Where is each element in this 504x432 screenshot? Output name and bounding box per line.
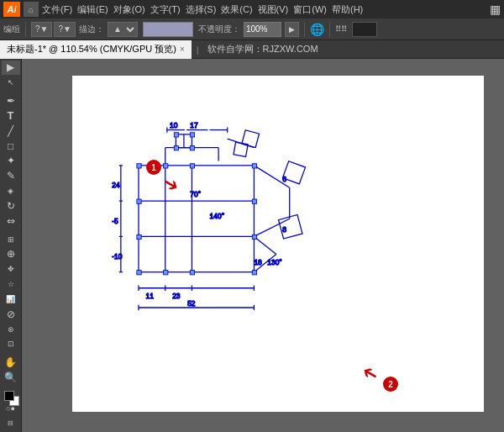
graph-tool[interactable]: 📊 [2, 292, 20, 307]
toolbar: 编组 ?▼ ?▼ 描边： ▲ 不透明度： ▶ 🌐 ⠿⠿ [0, 18, 504, 40]
annotation-2-badge: 2 [383, 377, 398, 392]
opacity-label: 不透明度： [198, 24, 240, 35]
svg-rect-64 [137, 199, 141, 203]
line-tool[interactable]: ╱ [2, 124, 20, 138]
menu-bar: 文件(F) 编辑(E) 对象(O) 文字(T) 选择(S) 效果(C) 视图(V… [42, 3, 486, 16]
color-swatches [2, 389, 20, 401]
toolbar-sep2 [304, 22, 305, 37]
svg-text:-10: -10 [112, 252, 123, 261]
main-area: ▶ ↖ ✒ T ╱ □ ✦ ✎ ◈ ↻ ⇔ ⊞ ⊕ ✥ ☆ 📊 ⊘ ⊛ ⊡ ✋ … [0, 59, 504, 432]
svg-rect-71 [190, 146, 194, 150]
home-button[interactable]: ⌂ [24, 2, 39, 17]
foreground-swatch[interactable] [4, 391, 14, 401]
menu-view[interactable]: 视图(V) [258, 3, 289, 16]
hand-tool[interactable]: ✋ [2, 356, 20, 370]
svg-text:-5: -5 [112, 217, 118, 225]
shape-btn-1[interactable]: ?▼ [31, 22, 52, 37]
menu-object[interactable]: 对象(O) [113, 3, 145, 16]
blend-tool[interactable]: ⊛ [2, 322, 20, 336]
svg-rect-69 [190, 133, 194, 137]
screen-mode-btn[interactable]: ⊟ [2, 416, 20, 430]
svg-text:70°: 70° [190, 190, 201, 198]
svg-text:130°: 130° [267, 258, 281, 266]
shape-tool[interactable]: □ [2, 139, 20, 153]
menu-edit[interactable]: 编辑(E) [77, 3, 108, 16]
svg-rect-15 [139, 166, 254, 272]
svg-text:140°: 140° [210, 212, 224, 220]
menu-file[interactable]: 文件(F) [42, 3, 72, 16]
tab-title: 未标题-1* @ 110.54% (CMYK/GPU 预览) [7, 43, 176, 55]
svg-rect-7 [234, 142, 248, 156]
svg-rect-6 [242, 130, 260, 148]
svg-text:52: 52 [187, 299, 196, 308]
svg-rect-63 [190, 271, 194, 275]
toolbox: ▶ ↖ ✒ T ╱ □ ✦ ✎ ◈ ↻ ⇔ ⊞ ⊕ ✥ ☆ 📊 ⊘ ⊛ ⊡ ✋ … [0, 59, 22, 432]
pencil-tool[interactable]: ✎ [2, 169, 20, 183]
technical-drawing: 10 17 [22, 59, 504, 432]
pen-tool[interactable]: ✒ [2, 94, 20, 108]
paintbrush-tool[interactable]: ✦ [2, 154, 20, 168]
select-tool[interactable]: ▶ [2, 61, 20, 75]
color-swatch-bar [143, 22, 193, 37]
svg-text:10: 10 [170, 121, 178, 129]
globe-icon[interactable]: 🌐 [310, 23, 324, 36]
type-tool[interactable]: T [2, 109, 20, 124]
menu-select[interactable]: 选择(S) [186, 3, 217, 16]
svg-rect-58 [137, 271, 141, 275]
svg-rect-65 [137, 234, 141, 239]
width-tool[interactable]: ⊞ [2, 232, 20, 246]
free-transform-tool[interactable]: ✥ [2, 262, 20, 277]
layout-switch[interactable]: ▦ [490, 3, 501, 16]
slice-tool[interactable]: ⊡ [2, 337, 20, 351]
tab-bar: 未标题-1* @ 110.54% (CMYK/GPU 预览) × | 软件自学网… [0, 40, 504, 59]
svg-text:18: 18 [254, 258, 262, 266]
svg-text:23: 23 [172, 292, 181, 300]
title-bar: Ai ⌂ 文件(F) 编辑(E) 对象(O) 文字(T) 选择(S) 效果(C)… [0, 0, 504, 18]
tab-watermark: 软件自学网：RJZXW.COM [204, 43, 322, 55]
shape-btn-2[interactable]: ?▼ [54, 22, 75, 37]
svg-rect-60 [164, 164, 168, 168]
svg-rect-59 [252, 271, 256, 275]
svg-rect-57 [252, 164, 256, 168]
mirror-tool[interactable]: ⇔ [2, 213, 20, 228]
barcode-icon [352, 22, 377, 37]
menu-effect[interactable]: 效果(C) [221, 3, 252, 16]
svg-text:17: 17 [190, 121, 198, 129]
svg-rect-67 [252, 234, 256, 239]
opacity-arrow[interactable]: ▶ [285, 22, 299, 37]
tab-close-button[interactable]: × [180, 45, 185, 54]
opacity-input[interactable] [244, 22, 281, 37]
eraser-tool[interactable]: ◈ [2, 184, 20, 198]
toolbar-sep3 [329, 22, 330, 37]
svg-line-25 [254, 236, 276, 254]
menu-window[interactable]: 窗口(W) [293, 3, 327, 16]
svg-rect-61 [190, 164, 194, 168]
group-label: 编组 [3, 24, 20, 35]
canvas-area[interactable]: 10 17 [22, 59, 504, 432]
warp-tool[interactable]: ⊕ [2, 247, 20, 261]
rotate-tool[interactable]: ↻ [2, 199, 20, 213]
svg-text:8: 8 [282, 225, 286, 234]
toolbar-separator [25, 22, 26, 37]
toolbar-group-shape: ?▼ ?▼ [31, 22, 76, 37]
eyedropper-tool[interactable]: ⊘ [2, 307, 20, 321]
svg-rect-62 [164, 271, 168, 275]
svg-rect-66 [252, 199, 256, 203]
stroke-select[interactable]: ▲ [108, 22, 138, 37]
stroke-label: 描边： [79, 24, 104, 35]
svg-text:24: 24 [112, 181, 120, 189]
zoom-tool[interactable]: 🔍 [2, 371, 20, 385]
svg-rect-70 [174, 146, 178, 150]
menu-help[interactable]: 帮助(H) [332, 3, 363, 16]
svg-rect-56 [137, 164, 141, 168]
svg-rect-68 [174, 133, 178, 137]
tab-separator: | [197, 45, 199, 55]
annotation-1-badge: 1 [146, 160, 161, 175]
active-tab[interactable]: 未标题-1* @ 110.54% (CMYK/GPU 预览) × [0, 40, 192, 59]
app-logo: Ai [3, 2, 20, 17]
menu-text[interactable]: 文字(T) [150, 3, 181, 16]
grid-dots-icon: ⠿⠿ [335, 24, 347, 34]
svg-text:11: 11 [145, 292, 154, 300]
direct-select-tool[interactable]: ↖ [2, 76, 20, 90]
symbol-tool[interactable]: ☆ [2, 277, 20, 292]
